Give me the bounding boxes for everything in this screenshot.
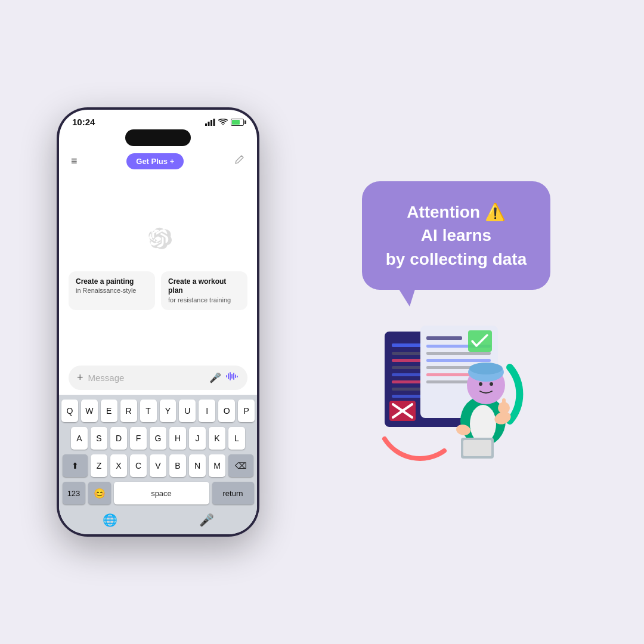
key-space[interactable]: space [114, 482, 209, 504]
dynamic-island [125, 129, 191, 146]
globe-icon[interactable]: 🌐 [103, 513, 117, 527]
key-g[interactable]: G [150, 427, 166, 450]
battery-icon [231, 119, 244, 126]
plus-icon[interactable]: + [77, 371, 83, 384]
svg-rect-10 [237, 376, 238, 377]
message-bar[interactable]: + Message 🎤 [69, 366, 247, 390]
key-emoji[interactable]: 😊 [88, 482, 111, 504]
edit-icon[interactable] [233, 154, 245, 169]
key-w[interactable]: W [81, 400, 98, 422]
keyboard-row-3: 123 😊 space return [61, 482, 255, 504]
suggestion-chip-0[interactable]: Create a painting in Renaissance-style [69, 271, 155, 310]
key-c[interactable]: C [130, 454, 147, 477]
wave-icon[interactable] [226, 371, 239, 384]
key-n[interactable]: N [189, 454, 206, 477]
key-k[interactable]: K [209, 427, 225, 450]
key-backspace[interactable]: ⌫ [228, 454, 253, 477]
svg-rect-7 [231, 374, 233, 379]
svg-rect-0 [205, 123, 207, 126]
svg-point-38 [469, 363, 503, 374]
mic-icon[interactable]: 🎤 [209, 372, 221, 383]
key-a[interactable]: A [71, 427, 88, 450]
keyboard-row-0: Q W E R T Y U I O P [61, 400, 255, 422]
key-v[interactable]: V [150, 454, 166, 477]
key-t[interactable]: T [140, 400, 157, 422]
key-return[interactable]: return [212, 482, 254, 504]
key-d[interactable]: D [110, 427, 127, 450]
svg-rect-30 [426, 380, 474, 383]
key-z[interactable]: Z [91, 454, 107, 477]
keyboard-row-2: ⬆ Z X C V B N M ⌫ [61, 454, 255, 477]
keyboard: Q W E R T Y U I O P A S [59, 395, 257, 534]
status-icons [205, 119, 244, 126]
key-p[interactable]: P [238, 400, 255, 422]
key-h[interactable]: H [169, 427, 186, 450]
key-x[interactable]: X [110, 454, 127, 477]
svg-rect-1 [208, 122, 210, 126]
status-time: 10:24 [72, 117, 95, 127]
svg-rect-9 [235, 374, 236, 378]
svg-rect-24 [426, 336, 462, 340]
key-u[interactable]: U [179, 400, 196, 422]
menu-icon[interactable]: ≡ [71, 155, 78, 168]
key-q[interactable]: Q [61, 400, 78, 422]
illustration-svg [367, 320, 546, 463]
key-j[interactable]: J [189, 427, 206, 450]
key-s[interactable]: S [91, 427, 107, 450]
svg-rect-3 [213, 119, 215, 126]
chip-title-1: Create a workout plan [168, 277, 240, 296]
svg-point-40 [490, 382, 493, 386]
key-e[interactable]: E [101, 400, 117, 422]
bottom-mic-icon[interactable]: 🎤 [199, 513, 214, 527]
right-side: Attention ⚠️ AI learns by collecting dat… [325, 181, 587, 463]
svg-rect-5 [228, 373, 229, 379]
svg-point-39 [479, 382, 482, 386]
svg-rect-4 [226, 375, 227, 377]
key-o[interactable]: O [218, 400, 235, 422]
suggestion-chip-1[interactable]: Create a workout plan for resistance tra… [161, 271, 247, 310]
openai-logo [144, 225, 172, 253]
svg-rect-6 [230, 372, 231, 380]
phone-content: Create a painting in Renaissance-style C… [59, 177, 257, 358]
suggestions-row: Create a painting in Renaissance-style C… [69, 271, 247, 310]
key-shift[interactable]: ⬆ [63, 454, 88, 477]
signal-icon [205, 119, 215, 126]
svg-point-33 [470, 405, 496, 443]
keyboard-bottom-bar: 🌐 🎤 [61, 509, 255, 532]
phone-device: 10:24 [57, 107, 259, 537]
svg-rect-42 [502, 398, 506, 409]
svg-rect-8 [233, 373, 234, 380]
key-i[interactable]: I [199, 400, 215, 422]
svg-rect-2 [210, 120, 212, 126]
wifi-icon [218, 119, 228, 126]
keyboard-row-1: A S D F G H J K L [61, 427, 255, 450]
key-r[interactable]: R [120, 400, 137, 422]
key-l[interactable]: L [228, 427, 245, 450]
page-container: 10:24 [0, 0, 644, 644]
svg-rect-44 [463, 440, 491, 456]
message-placeholder[interactable]: Message [88, 373, 205, 383]
svg-rect-27 [426, 359, 491, 362]
chip-title-0: Create a painting [76, 277, 148, 287]
svg-rect-26 [426, 352, 491, 355]
chip-sub-0: in Renaissance-style [76, 286, 148, 295]
key-m[interactable]: M [209, 454, 225, 477]
key-f[interactable]: F [130, 427, 147, 450]
key-b[interactable]: B [169, 454, 186, 477]
illustration [367, 320, 546, 463]
phone-wrapper: 10:24 [57, 107, 259, 537]
key-123[interactable]: 123 [63, 482, 85, 504]
speech-bubble: Attention ⚠️ AI learns by collecting dat… [362, 181, 551, 290]
chip-sub-1: for resistance training [168, 296, 240, 304]
status-bar: 10:24 [59, 110, 257, 129]
bubble-line1: Attention ⚠️ AI learns by collecting dat… [386, 200, 527, 271]
phone-screen: 10:24 [59, 110, 257, 534]
top-nav: ≡ Get Plus + [59, 148, 257, 177]
get-plus-button[interactable]: Get Plus + [126, 153, 184, 169]
key-y[interactable]: Y [160, 400, 177, 422]
